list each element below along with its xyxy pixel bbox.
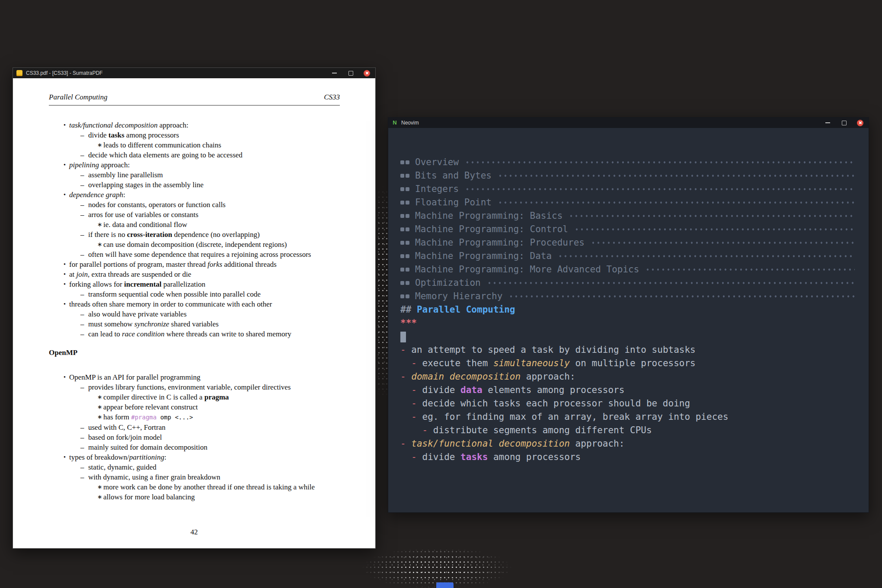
list-marker: •: [64, 279, 69, 289]
folded-section-title: Bits and Bytes: [415, 169, 492, 182]
list-item-text: static, dynamic, guided: [88, 462, 340, 472]
text-segment: on multiple processors: [570, 358, 696, 368]
list-item-text: dependence graph:: [69, 190, 340, 200]
list-marker: –: [80, 442, 88, 452]
pdf-list-item: •forking allows for incremental parallel…: [49, 279, 340, 289]
fold-square: [406, 214, 409, 218]
folded-section-line[interactable]: Integers: [400, 182, 855, 196]
text-segment: partitioning: [129, 453, 164, 461]
page-number: 42: [13, 527, 375, 537]
fold-square: [400, 174, 404, 178]
pdf-list-item: –divide tasks among processors: [49, 130, 340, 140]
restore-icon[interactable]: [840, 119, 847, 126]
minimize-icon[interactable]: [331, 70, 338, 77]
fold-square: [406, 227, 409, 231]
pdf-bullet-list-2: •OpenMP is an API for parallel programmi…: [49, 372, 340, 502]
folded-section-line[interactable]: Machine Programming: Procedures: [400, 236, 855, 249]
text-segment: dependence (no overlapping): [172, 230, 260, 239]
folded-section-line[interactable]: Machine Programming: Control: [400, 223, 855, 236]
close-icon[interactable]: [364, 70, 370, 77]
fold-square: [400, 160, 404, 164]
list-dash: -: [422, 425, 433, 435]
fold-square: [400, 281, 404, 285]
folded-section-line[interactable]: Overview: [400, 156, 855, 169]
pdf-window-controls: [331, 70, 372, 77]
fold-icon: [400, 187, 409, 191]
text-segment: approach:: [521, 371, 575, 382]
list-item-text: OpenMP is an API for parallel programmin…: [69, 372, 340, 382]
fold-square: [406, 201, 409, 205]
text-segment: decide which data elements are going to …: [88, 151, 243, 159]
list-item-text: must somehow synchronize shared variable…: [88, 319, 340, 329]
text-segment: cross-iteration: [127, 230, 173, 239]
text-segment: compiler directive in C is called a: [103, 393, 205, 401]
folded-section-line[interactable]: Machine Programming: More Advanced Topic…: [400, 263, 855, 276]
text-segment: divide: [422, 385, 461, 395]
markdown-list-line: - execute them simultaneously on multipl…: [400, 357, 855, 370]
folded-section-line[interactable]: Memory Hierarchy: [400, 290, 855, 303]
fold-dots-filler: [569, 209, 855, 223]
text-segment: parallelization: [162, 280, 205, 288]
text-segment: omp <...>: [157, 414, 193, 421]
list-marker: –: [80, 289, 88, 299]
text-segment: types of breakdown/: [69, 453, 129, 461]
text-segment: transform sequential code when possible …: [88, 290, 261, 298]
folded-section-title: Machine Programming: Procedures: [415, 236, 585, 249]
text-segment: leads to different communication chains: [103, 141, 221, 149]
restore-icon[interactable]: [347, 70, 354, 77]
folded-section-line[interactable]: Bits and Bytes: [400, 169, 855, 182]
pdf-list-item: ∗appear before relevant construct: [49, 402, 340, 412]
folded-section-title: Machine Programming: Basics: [415, 209, 562, 223]
fold-dots-filler: [487, 276, 855, 290]
rule-text: ***: [400, 318, 417, 328]
close-icon[interactable]: [857, 120, 863, 126]
text-segment: OpenMP is an API for parallel programmin…: [69, 373, 200, 381]
folded-section-line[interactable]: Machine Programming: Basics: [400, 209, 855, 223]
text-segment: can lead to: [88, 330, 122, 338]
text-segment: mainly suited for domain decomposition: [88, 443, 208, 451]
nvim-window-title: Neovim: [401, 120, 419, 126]
list-item-text: divide tasks among processors: [88, 130, 340, 140]
list-marker: •: [64, 452, 69, 462]
list-item-text: at join, extra threads are suspended or …: [69, 269, 340, 279]
list-marker: •: [64, 299, 69, 309]
fold-square: [406, 160, 409, 164]
text-segment: provides library functions, environment …: [88, 383, 291, 391]
text-segment: nodes for constants, operators or functi…: [88, 201, 226, 209]
folded-section-title: Machine Programming: Control: [415, 223, 568, 236]
pdf-titlebar[interactable]: CS33.pdf - [CS33] - SumatraPDF: [13, 68, 375, 78]
pdf-list-item: –must somehow synchronize shared variabl…: [49, 319, 340, 329]
folded-section-line[interactable]: Optimization: [400, 276, 855, 290]
nvim-buffer[interactable]: OverviewBits and BytesIntegersFloating P…: [388, 128, 869, 464]
minimize-icon[interactable]: [824, 119, 831, 126]
list-item-text: pipelining approach:: [69, 160, 340, 170]
pdf-list-item: ∗compiler directive in C is called a pra…: [49, 392, 340, 402]
pdf-list-item: ∗can use domain decomposition (discrete,…: [49, 240, 340, 249]
pdf-header-course: CS33: [324, 92, 340, 102]
list-marker: –: [80, 422, 88, 432]
text-segment: if there is no: [88, 230, 127, 239]
nvim-titlebar[interactable]: N Neovim: [388, 118, 869, 128]
list-item-text: appear before relevant construct: [103, 402, 340, 412]
text-segment: can use domain decomposition (discrete, …: [103, 240, 287, 249]
list-marker: •: [64, 372, 69, 382]
markdown-list-line: - eg. for finding max of an array, break…: [400, 410, 855, 424]
text-segment: task/functional decomposition: [69, 121, 157, 129]
text-segment: additional threads: [222, 260, 277, 268]
text-segment: tasks: [460, 452, 488, 462]
fold-square: [400, 201, 404, 205]
folded-section-line[interactable]: Floating Point: [400, 196, 855, 209]
list-item-text: forking allows for incremental paralleli…: [69, 279, 340, 289]
list-item-text: arros for use of variables or constants: [88, 210, 340, 220]
pdf-list-item: •types of breakdown/partitioning:: [49, 452, 340, 462]
text-segment: based on fork/join model: [88, 433, 162, 441]
fold-icon: [400, 214, 409, 218]
text-segment: approach:: [99, 161, 130, 169]
pdf-list-item: •OpenMP is an API for parallel programmi…: [49, 372, 340, 382]
folded-section-line[interactable]: Machine Programming: Data: [400, 249, 855, 263]
fold-dots-filler: [574, 223, 855, 236]
text-segment: pipelining: [69, 161, 99, 169]
list-marker: ∗: [97, 220, 103, 230]
text-segment: approach:: [157, 121, 188, 129]
taskbar-accent[interactable]: [436, 582, 454, 588]
